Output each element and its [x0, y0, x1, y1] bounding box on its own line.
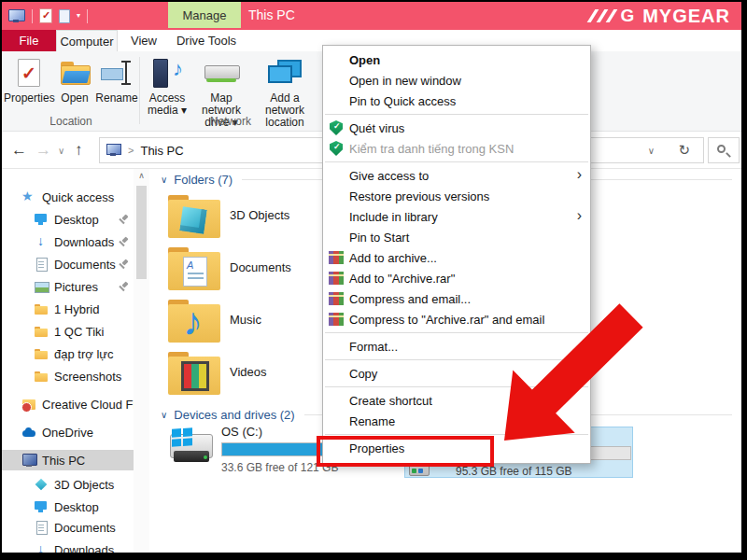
- tab-file[interactable]: File: [2, 30, 56, 51]
- menu-item-open[interactable]: Open: [323, 49, 590, 70]
- menu-item-rename[interactable]: Rename: [323, 411, 590, 431]
- brand-slash-icon: [606, 9, 618, 22]
- winrar-icon: [329, 312, 344, 327]
- collapse-chevron-icon[interactable]: ∨: [161, 410, 167, 420]
- sidebar-item-label: Screenshots: [54, 370, 121, 384]
- folder-icon: [168, 352, 220, 395]
- customize-toolbar-caret-icon[interactable]: ▾: [77, 12, 80, 20]
- folder-tile-label: 3D Objects: [230, 208, 289, 222]
- search-input[interactable]: [708, 137, 740, 163]
- sidebar-item-label: 1 QC Tiki: [54, 325, 104, 339]
- sidebar-item-label: Pictures: [54, 280, 98, 294]
- navigation-pane: Quick accessDesktopDownloadsDocumentsPic…: [2, 169, 149, 553]
- sidebar-item-pictures[interactable]: Pictures: [2, 276, 134, 297]
- menu-icon-slot: [329, 73, 344, 88]
- title-bar: ▾ Manage This PC G MYGEAR: [2, 2, 741, 30]
- scrollbar-thumb[interactable]: [136, 186, 147, 279]
- menu-item-label: Restore previous versions: [349, 189, 489, 203]
- tab-drive-tools[interactable]: Drive Tools: [170, 30, 243, 51]
- map-network-drive-label: Map network: [202, 91, 241, 117]
- winrar-icon: [329, 291, 344, 306]
- pin-icon: [118, 236, 129, 247]
- forward-button[interactable]: →: [35, 132, 51, 169]
- sidebar-item-label: Downloads: [54, 235, 114, 249]
- brand-mark: G: [620, 6, 634, 26]
- sidebar-item-desktop[interactable]: Desktop: [2, 209, 134, 230]
- menu-item-pin-to-start[interactable]: Pin to Start: [323, 227, 590, 247]
- sidebar-scrollbar[interactable]: ∧: [134, 169, 149, 553]
- sidebar-item-1-qc-tiki[interactable]: 1 QC Tiki: [2, 321, 134, 342]
- toolbar-separator: [32, 9, 33, 23]
- menu-item-label: Include in library: [349, 210, 438, 224]
- menu-item-give-access-to[interactable]: Give access to›: [323, 165, 590, 186]
- access-media-label: Access: [149, 91, 186, 105]
- sidebar-item-desktop[interactable]: Desktop: [2, 497, 134, 517]
- devices-section-title: Devices and drives (2): [174, 408, 294, 422]
- sidebar-item-this-pc[interactable]: This PC: [2, 450, 134, 470]
- menu-item-label: Format...: [349, 340, 398, 354]
- new-folder-quick-icon[interactable]: [59, 9, 70, 23]
- sidebar-item-label: Documents: [54, 521, 116, 535]
- sidebar-item-label: Quick access: [42, 190, 114, 204]
- menu-item-create-shortcut[interactable]: Create shortcut: [323, 390, 590, 411]
- sidebar-item-creative-cloud-files[interactable]: Creative Cloud Files: [2, 394, 134, 414]
- menu-item-format[interactable]: Format...: [323, 336, 590, 357]
- group-separator: [139, 57, 140, 124]
- tab-computer[interactable]: Computer: [56, 30, 118, 51]
- sidebar-item-documents[interactable]: Documents: [2, 517, 134, 538]
- sidebar-item-documents[interactable]: Documents: [2, 254, 134, 274]
- menu-item-compress-and-email[interactable]: Compress and email...: [323, 288, 590, 309]
- breadcrumb[interactable]: This PC: [140, 144, 183, 158]
- sidebar-item-downloads[interactable]: Downloads: [2, 231, 134, 252]
- sidebar-item-3d-objects[interactable]: 3D Objects: [2, 474, 134, 495]
- sidebar-item-screenshots[interactable]: Screenshots: [2, 366, 134, 386]
- sidebar-item-label: Desktop: [54, 500, 99, 514]
- collapse-chevron-icon[interactable]: ∨: [161, 175, 167, 185]
- rename-label: Rename: [95, 92, 138, 105]
- open-folder-icon: [61, 62, 89, 84]
- sidebar-item-label: 3D Objects: [54, 478, 114, 492]
- properties-label: Properties: [4, 92, 54, 105]
- menu-item-restore-previous-versions[interactable]: Restore previous versions: [323, 186, 590, 206]
- menu-item-compress-to-archive-rar-and-email[interactable]: Compress to "Archive.rar" and email: [323, 309, 590, 329]
- sidebar-item-onedrive[interactable]: OneDrive: [2, 422, 134, 442]
- address-dropdown-caret-icon[interactable]: ∨: [648, 146, 655, 156]
- sidebar-item-p-tr-l-c[interactable]: đạp trợ lực: [2, 343, 134, 364]
- up-button[interactable]: ↑: [75, 132, 83, 169]
- menu-item-label: Quét virus: [349, 121, 404, 135]
- recent-locations-caret-icon[interactable]: ∨: [58, 132, 64, 169]
- drive-icon: [168, 427, 215, 469]
- sidebar-item-1-hybrid[interactable]: 1 Hybrid: [2, 299, 134, 319]
- scroll-up-icon[interactable]: ∧: [134, 171, 149, 180]
- menu-item-open-in-new-window[interactable]: Open in new window: [323, 70, 590, 91]
- menu-item-include-in-library[interactable]: Include in library›: [323, 206, 590, 227]
- folders-section-title: Folders (7): [174, 173, 233, 187]
- back-button[interactable]: ←: [11, 132, 27, 169]
- pin-icon: [118, 281, 129, 292]
- menu-item-copy[interactable]: Copy: [323, 363, 590, 384]
- menu-item-add-to-archive[interactable]: Add to archive...: [323, 247, 590, 268]
- menu-item-qu-t-virus[interactable]: Quét virus: [323, 118, 590, 138]
- tab-view[interactable]: View: [118, 30, 170, 51]
- menu-item-label: Kiểm tra danh tiếng trong KSN: [349, 142, 514, 156]
- sidebar-item-label: Creative Cloud Files: [42, 398, 134, 412]
- properties-quick-icon[interactable]: [39, 8, 52, 23]
- manage-contextual-tab[interactable]: Manage: [168, 2, 241, 28]
- sidebar-item-downloads[interactable]: Downloads: [2, 539, 134, 553]
- menu-item-ki-m-tra-danh-ti-ng-trong-ksn[interactable]: Kiểm tra danh tiếng trong KSN: [323, 138, 590, 159]
- this-pc-icon: [106, 144, 121, 157]
- menu-icon-slot: [329, 189, 344, 203]
- system-menu-icon[interactable]: [8, 8, 25, 23]
- open-label: Open: [56, 92, 93, 105]
- menu-item-pin-to-quick-access[interactable]: Pin to Quick access: [323, 91, 590, 111]
- shield-icon: [329, 120, 344, 135]
- menu-icon-slot: [329, 393, 344, 408]
- menu-item-add-to-archive-rar[interactable]: Add to "Archive.rar": [323, 268, 590, 288]
- refresh-icon[interactable]: ↻: [678, 142, 690, 159]
- window-title: This PC: [248, 2, 295, 28]
- menu-icon-slot: [329, 230, 344, 245]
- star-icon: [21, 189, 36, 204]
- sidebar-item-quick-access[interactable]: Quick access: [2, 187, 134, 207]
- menu-icon-slot: [329, 339, 344, 354]
- menu-icon-slot: [329, 52, 344, 67]
